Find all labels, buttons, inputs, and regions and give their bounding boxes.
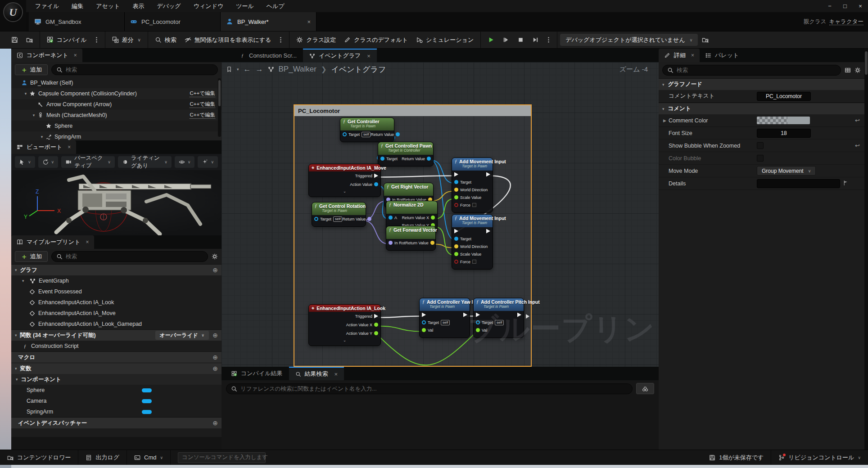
tab-palette[interactable]: パレット [700,49,744,62]
pin-World Direction[interactable] [454,244,458,248]
pin-Force[interactable] [454,203,458,207]
components-search-input[interactable] [66,67,213,73]
back-arrow-icon[interactable]: ← [244,65,251,74]
asset-tab-PC_Locomotor[interactable]: PC_Locomotor [125,12,221,31]
blueprint-item-Sphere[interactable]: Sphere [11,385,222,396]
pin-Val[interactable] [476,328,480,332]
toolbar-button-kebab-icon[interactable] [91,34,102,46]
exec-pin[interactable] [486,229,490,234]
pin-A[interactable] [389,216,393,220]
toolbar-button-差分[interactable]: 差分∨ [108,34,145,46]
toolbar-button-kebab-icon[interactable] [543,34,554,46]
bottom-tab-コンパイル結果[interactable]: コンパイル結果 [225,367,289,380]
component-row-Mesh (CharacterMesh0)[interactable]: ▾Mesh (CharacterMesh0)C++で編集 [11,110,222,121]
add-blueprint-item-button[interactable]: ＋ 追加 [15,251,48,262]
bool-checkbox[interactable] [472,203,476,207]
add-circle-icon[interactable]: ⊕ [212,332,218,339]
unsaved-status[interactable]: 1個が未保存です [702,450,771,465]
component-row-Capsule Component (CollisionCylinder)[interactable]: ▾Capsule Component (CollisionCylinder)C+… [11,88,222,99]
graph-node-add_movement_1[interactable]: ƒAdd Movement InputTarget is PawnTargetW… [452,158,493,213]
blueprint-subheader-コンポーネント[interactable]: ▾コンポーネント [11,374,222,385]
toolbar-button-browse-icon[interactable] [22,34,37,46]
close-icon[interactable]: × [68,144,71,150]
components-search[interactable] [51,64,218,75]
pin-Return Value X[interactable] [431,216,435,220]
graph-node-get_controller[interactable]: ƒGet ControllerTarget is PawnTargetselfR… [340,117,394,142]
close-icon[interactable]: × [74,52,77,58]
menu-item-ウィンドウ[interactable]: ウィンドウ [187,0,230,12]
add-circle-icon[interactable]: ⊕ [212,354,218,361]
gear-icon[interactable] [854,67,861,73]
self-literal[interactable]: self [441,320,450,325]
add-circle-icon[interactable]: ⊕ [212,365,218,372]
tab-viewport[interactable]: ビューポート × [11,140,76,154]
my-blueprint-search-input[interactable] [66,253,203,260]
close-icon[interactable]: × [86,239,89,245]
close-icon[interactable]: × [335,371,338,378]
pin-Target[interactable] [454,180,458,184]
comment-color-swatch[interactable] [757,117,810,124]
pin-Force[interactable] [454,260,458,264]
pin-Target[interactable] [454,237,458,241]
find-results-search-input[interactable] [240,386,628,392]
my-blueprint-search[interactable] [51,251,208,262]
collapse-chevron-icon[interactable]: ⌄ [309,338,380,343]
pin-Target[interactable] [380,157,384,161]
pin-Action Value X[interactable] [374,323,378,327]
minimize-button[interactable]: − [822,0,837,12]
exec-pin[interactable] [517,313,521,317]
exec-pin[interactable] [486,172,490,177]
blueprint-item-Camera[interactable]: Camera [11,396,222,406]
window-scrollbar[interactable] [864,49,868,450]
tab-components[interactable]: コンポーネント × [11,49,82,62]
close-button[interactable]: × [853,0,868,12]
parent-class-link[interactable]: キャラクター [829,18,863,25]
viewport-button-パースペクティブ[interactable]: パースペクティブ∨ [61,156,115,168]
add-component-button[interactable]: ＋ 追加 [15,64,48,75]
details-section-グラフノード[interactable]: ▾グラフノード [659,78,864,90]
bool-checkbox[interactable] [472,260,476,264]
toolbar-button-save-icon[interactable] [7,34,22,46]
menu-item-ファイル[interactable]: ファイル [29,0,65,12]
menu-item-アセット[interactable]: アセット [90,0,126,12]
menu-item-ツール[interactable]: ツール [230,0,260,12]
pin-Return Value[interactable] [367,217,371,221]
graph-node-ia_look[interactable]: ◈EnhancedInputAction IA_LookTriggeredAct… [308,304,381,346]
pin-Return Value[interactable] [396,132,400,136]
Font Size-input[interactable]: 18 [757,129,811,138]
exec-pin[interactable] [374,314,378,319]
component-row-BP_Walker (Self)[interactable]: BP_Walker (Self) [11,77,222,88]
blueprint-section-関数 (34 オーバーライド可能)[interactable]: ▾関数 (34 オーバーライド可能)オーバーライド ∨⊕ [11,329,222,341]
doc-tab-イベントグラフ[interactable]: イベントグラフ× [303,49,377,62]
toolbar-button-kebab-icon[interactable] [275,34,286,46]
blueprint-item-EnhancedInputAction IA_Move[interactable]: EnhancedInputAction IA_Move [11,308,222,319]
maximize-button[interactable]: □ [837,0,853,12]
Show Bubble When Zoomed-checkbox[interactable] [757,142,764,149]
pin-Target[interactable] [343,132,347,136]
menu-item-ヘルプ[interactable]: ヘルプ [260,0,291,12]
exec-pin[interactable] [476,313,480,317]
graph-node-get_controlled_pawn[interactable]: ƒGet Controlled PawnTarget is Controller… [378,142,434,166]
pin-In Rot[interactable] [389,241,393,245]
close-icon[interactable]: × [307,18,311,25]
blueprint-item-Event Possessed[interactable]: Event Possessed [11,286,222,297]
self-literal[interactable]: self [495,320,504,325]
blueprint-section-変数[interactable]: ▾変数⊕ [11,363,222,374]
pin-Action Value Y[interactable] [374,331,378,335]
Color Bubble-checkbox[interactable] [757,155,764,162]
variable-type-pill[interactable] [142,399,152,403]
blueprint-section-グラフ[interactable]: ▾グラフ⊕ [11,264,222,275]
tab-details[interactable]: 詳細 × [659,49,700,62]
graph-node-get_control_rotation[interactable]: ƒGet Control RotationTarget is PawnTarge… [312,202,366,227]
toolbar-button-browse-icon[interactable] [698,34,713,46]
details-section-コメント[interactable]: ▾コメント [659,103,864,114]
pin-World Direction[interactable] [454,188,458,192]
toolbar-button-クラス設定[interactable]: クラス設定 [292,34,340,46]
graph-node-ia_move[interactable]: ◈EnhancedInputAction IA_MoveTriggeredAct… [308,164,381,197]
pin-Target[interactable] [476,320,480,324]
self-literal[interactable]: self [362,132,371,137]
pin-Target[interactable] [314,217,318,221]
asset-tab-GM_Sandbox[interactable]: GM_Sandbox [29,12,125,31]
breadcrumb-root[interactable]: BP_Walker [279,65,316,74]
tab-my-blueprint[interactable]: マイブループリント × [11,235,94,249]
